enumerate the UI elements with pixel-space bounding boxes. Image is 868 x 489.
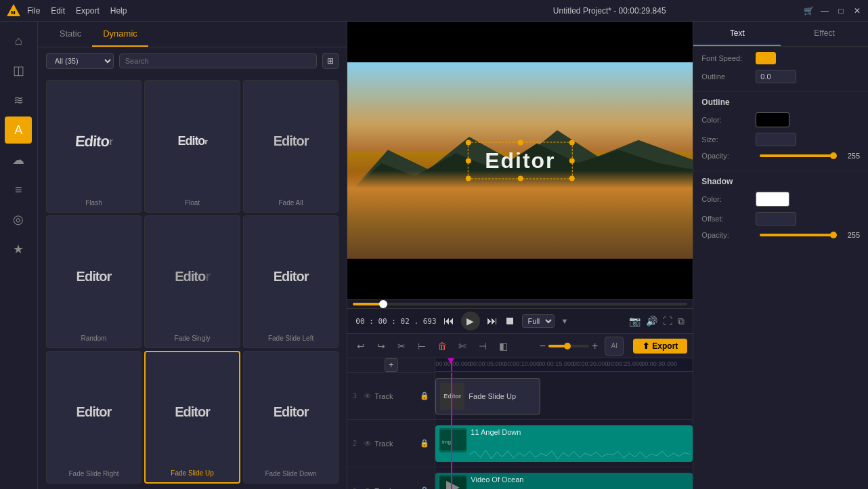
track-item-text[interactable]: Editor Fade Slide Up — [435, 378, 540, 414]
app-logo: M — [5, 3, 22, 19]
style-search-input[interactable] — [119, 54, 318, 68]
playback-bar — [347, 299, 693, 308]
grid-view-button[interactable]: ⊞ — [322, 53, 339, 69]
track-item-audio-video[interactable]: img 11 Angel Down — [435, 425, 693, 462]
style-tabs: Static Dynamic — [38, 22, 347, 47]
add-track-button[interactable]: + — [385, 358, 398, 372]
undo-button[interactable]: ↩ — [353, 338, 369, 354]
outline-size-input[interactable]: 0.30 — [756, 133, 796, 146]
outline-opacity-thumb — [830, 152, 837, 159]
export-button[interactable]: ⬆ Export — [633, 339, 687, 354]
close-button[interactable]: ✕ — [852, 5, 863, 16]
track-lock-2[interactable]: 🔒 — [420, 439, 429, 448]
stop-button[interactable]: ⏹ — [504, 315, 515, 327]
tab-effect[interactable]: Effect — [781, 22, 868, 46]
sidebar-item-home[interactable]: ⌂ — [5, 27, 32, 54]
style-fade-slide-left-preview: Editor — [274, 221, 309, 332]
quality-select[interactable]: Full 1/2 1/4 — [522, 314, 555, 328]
track-video-label: Video Of Ocean — [471, 475, 523, 484]
playhead[interactable] — [451, 358, 452, 371]
font-speed-section: Font Speed: Outline — [693, 49, 868, 92]
screenshot-button[interactable]: 📷 — [629, 316, 641, 327]
shadow-offset-input[interactable]: 0.00 — [756, 212, 796, 226]
playhead-indicator — [448, 358, 454, 364]
style-fade-slide-left[interactable]: Editor Fade Slide Left — [243, 215, 339, 348]
pip-button[interactable]: ⧉ — [678, 316, 685, 327]
sidebar-item-effects[interactable]: ☁ — [5, 146, 32, 173]
sidebar-item-stickers[interactable]: ★ — [5, 236, 32, 263]
minimize-button[interactable]: — — [819, 5, 830, 16]
style-filter-dropdown[interactable]: All (35) Basic Fancy — [46, 53, 114, 69]
delete-button[interactable]: 🗑 — [434, 338, 450, 354]
properties-panel: Text Effect Font Speed: Outline Outline — [693, 22, 868, 489]
tab-text[interactable]: Text — [693, 22, 781, 46]
sidebar-item-filters[interactable]: ◎ — [5, 206, 32, 233]
outline-color-picker[interactable] — [756, 112, 789, 127]
tab-static[interactable]: Static — [49, 22, 93, 47]
next-button[interactable]: ⏭ — [487, 315, 498, 327]
track-text-label: Fade Slide Up — [469, 392, 516, 400]
progress-thumb[interactable] — [379, 300, 387, 308]
zoom-in-button[interactable]: + — [592, 340, 598, 352]
line-space-input[interactable] — [756, 70, 796, 83]
progress-bar[interactable] — [353, 303, 687, 305]
track-label-3: 3 👁 Track 🔒 — [347, 373, 435, 420]
shadow-opacity-slider[interactable] — [760, 234, 836, 236]
menu-help[interactable]: Help — [110, 6, 127, 16]
style-flash[interactable]: Editor Flash — [46, 80, 142, 213]
track-visibility-1[interactable]: 👁 — [364, 486, 372, 490]
shadow-color-picker[interactable] — [756, 192, 789, 207]
track-visibility-2[interactable]: 👁 — [364, 439, 372, 448]
volume-button[interactable]: 🔊 — [646, 316, 657, 327]
play-button[interactable]: ▶ — [461, 312, 480, 331]
style-fade-slide-down[interactable]: Editor Fade Slide Down — [243, 351, 339, 484]
outline-opacity-slider[interactable] — [760, 154, 836, 157]
track-item-video[interactable]: Video Of Ocean — [435, 473, 693, 489]
zoom-out-button[interactable]: − — [540, 340, 546, 352]
sidebar-item-text[interactable]: A — [5, 116, 32, 144]
zoom-slider[interactable] — [548, 345, 589, 347]
style-float[interactable]: Editor Float — [144, 80, 240, 213]
style-fade-singly[interactable]: Editor Fade Singly — [144, 215, 240, 348]
style-random[interactable]: Editor Random — [46, 215, 142, 348]
export-label: Export — [652, 341, 678, 351]
menu-file[interactable]: File — [27, 6, 40, 16]
tab-dynamic[interactable]: Dynamic — [92, 22, 148, 47]
zoom-controls: − + — [540, 340, 599, 352]
shadow-opacity-label: Opacity: — [701, 231, 756, 239]
sidebar: ⌂ ◫ ≋ A ☁ ≡ ◎ ★ — [0, 22, 38, 489]
prev-button[interactable]: ⏮ — [443, 315, 454, 327]
sidebar-item-audio[interactable]: ≋ — [5, 87, 32, 114]
track-lock-1[interactable]: 🔒 — [420, 486, 429, 489]
video-frame: Editor — [347, 62, 693, 259]
style-fade-all[interactable]: Editor Fade All — [243, 80, 339, 213]
trim-button[interactable]: ⊢ — [414, 338, 430, 354]
split-button[interactable]: ✄ — [454, 338, 471, 354]
style-fade-slide-up[interactable]: Editor Fade Slide Up — [144, 351, 240, 484]
style-fade-slide-up-label: Fade Slide Up — [171, 469, 213, 477]
window-controls: — □ ✕ — [819, 5, 863, 16]
fullscreen-button[interactable]: ⛶ — [663, 316, 672, 327]
maximize-button[interactable]: □ — [836, 5, 846, 16]
player-controls: 00 : 00 : 02 . 693 ⏮ ▶ ⏭ ⏹ Full 1/2 1/4 … — [347, 308, 693, 333]
ruler: 00:00:00.000 00:00:05.000 00:00:10.000 0… — [435, 358, 693, 372]
style-fade-slide-right[interactable]: Editor Fade Slide Right — [46, 351, 142, 484]
style-fade-slide-down-preview: Editor — [274, 357, 309, 467]
style-float-preview: Editor — [177, 86, 207, 196]
track-lock-3[interactable]: 🔒 — [420, 391, 429, 400]
sidebar-item-layers[interactable]: ◫ — [5, 57, 32, 84]
cut-button[interactable]: ✂ — [393, 338, 410, 354]
track-visibility-3[interactable]: 👁 — [364, 391, 372, 401]
cart-icon[interactable]: 🛒 — [804, 6, 814, 16]
menu-export[interactable]: Export — [76, 6, 100, 16]
menu-edit[interactable]: Edit — [51, 6, 65, 16]
style-flash-preview: Editor — [75, 86, 112, 196]
redo-button[interactable]: ↪ — [373, 338, 389, 354]
ai-button[interactable]: AI — [605, 337, 624, 356]
properties-tabs: Text Effect — [693, 22, 868, 47]
timeline: ↩ ↪ ✂ ⊢ 🗑 ✄ ⊣ ◧ − + AI ⬆ — [347, 333, 693, 489]
align-button[interactable]: ◧ — [495, 338, 511, 354]
sidebar-item-captions[interactable]: ≡ — [5, 176, 32, 203]
waveform — [469, 448, 690, 461]
separate-button[interactable]: ⊣ — [475, 338, 491, 354]
